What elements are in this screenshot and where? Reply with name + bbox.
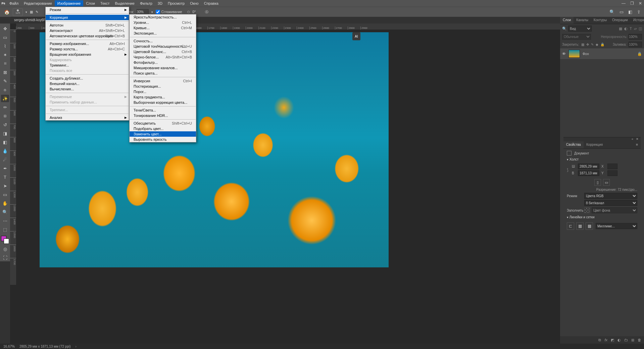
filter-shape-icon[interactable]: ▱ [634, 27, 637, 31]
move-tool[interactable]: ✥ [1, 25, 9, 32]
filter-pixel-icon[interactable]: ▦ [619, 27, 622, 31]
visibility-icon[interactable]: 👁 [562, 52, 566, 56]
path-select-tool[interactable]: ➤ [1, 182, 9, 189]
tab-операции[interactable]: Операции [609, 17, 631, 24]
fill-select[interactable]: Цвет фона [592, 207, 637, 213]
menu-item[interactable]: Цветовой тон/Насыщенность...Ctrl+U [130, 44, 196, 49]
menu-item[interactable]: Порог... [130, 89, 196, 94]
dodge-tool[interactable]: ☄ [1, 156, 9, 163]
tab-свойства[interactable]: Свойства [563, 141, 584, 148]
gradient-tool[interactable]: ◧ [1, 138, 9, 146]
lock-all-icon[interactable]: ▦ [581, 43, 584, 46]
menu-item[interactable]: Кривые...Ctrl+M [130, 25, 196, 31]
menu-файл[interactable]: Файл [7, 0, 21, 6]
tab-слои[interactable]: Слои [560, 17, 574, 24]
group-icon[interactable]: 🗀 [624, 338, 628, 342]
grid-button[interactable]: ▦ [576, 222, 584, 230]
menu-item[interactable]: Внешний канал... [46, 81, 129, 86]
minimize-icon[interactable]: — [622, 1, 626, 6]
chevron-down-icon[interactable]: ▾ [151, 10, 153, 14]
menu-окно[interactable]: Окно [187, 0, 201, 6]
color-swatches[interactable] [1, 236, 9, 244]
history-brush-tool[interactable]: ↺ [1, 121, 9, 128]
menu-item[interactable]: Размер холста...Alt+Ctrl+C [46, 46, 129, 52]
tab-история[interactable]: История [631, 17, 644, 24]
zoom-tool[interactable]: 🔍 [1, 208, 9, 216]
layer-mask-icon[interactable]: ◩ [611, 338, 614, 342]
link-layers-icon[interactable]: ⧉ [598, 338, 601, 342]
link-icon[interactable]: ⟆ [567, 168, 568, 172]
edit-toolbar[interactable]: ⬚ [1, 226, 9, 233]
adjustment-layer-icon[interactable]: ◐ [617, 338, 621, 342]
type-tool[interactable]: T [1, 173, 9, 181]
layer-filter-kind[interactable]: Вид [568, 26, 592, 32]
quick-select-tool[interactable]: ✶ [1, 51, 9, 58]
screenmode-tool[interactable]: ⛶ [1, 254, 9, 261]
bit-depth-select[interactable]: 8 бит/канал [584, 200, 637, 206]
menu-item[interactable]: Тени/Света... [130, 107, 196, 113]
workspace-icon[interactable]: ▭ [620, 9, 624, 14]
eyedropper-tool[interactable]: ✎ [1, 77, 9, 85]
units-select[interactable]: Миллиме... [596, 223, 637, 229]
menu-слои[interactable]: Слои [83, 0, 98, 6]
layer-row[interactable]: 👁 Фон 🔒 [560, 48, 644, 59]
x-input[interactable] [607, 164, 617, 169]
menu-item[interactable]: Уровни...Ctrl+L [130, 20, 196, 25]
healing-tool[interactable]: ⍟ [1, 86, 9, 93]
menu-item[interactable]: Автоматическая цветовая коррекцияShift+C… [46, 33, 129, 39]
orientation-landscape[interactable]: ▭ [603, 179, 610, 186]
menu-item[interactable]: Тонирование HDR... [130, 113, 196, 118]
width-input[interactable] [578, 164, 599, 169]
frame-tool[interactable]: ⊠ [1, 69, 9, 76]
brush-tool[interactable]: ✏ [1, 103, 9, 111]
collapse-icon[interactable]: « [632, 137, 633, 141]
menu-item[interactable]: Постеризация... [130, 84, 196, 89]
layer-style-icon[interactable]: fx [604, 338, 607, 342]
menu-item[interactable]: Выборочная коррекция цвета... [130, 100, 196, 105]
status-chevron-icon[interactable]: › [76, 345, 77, 348]
menu-item[interactable]: Создать дубликат... [46, 76, 129, 81]
lock-position-icon[interactable]: ✥ [586, 43, 589, 46]
brush-preview[interactable]: 125 [13, 8, 23, 16]
menu-item[interactable]: Коррекция▶ [46, 15, 129, 20]
filter-type-icon[interactable]: T [630, 27, 632, 31]
menu-редактирование[interactable]: Редактирование [21, 0, 55, 6]
menu-item[interactable]: Вращение изображения▶ [46, 52, 129, 57]
chevron-down-icon[interactable]: ▾ [26, 10, 27, 14]
share-icon[interactable]: ⇪ [637, 9, 641, 14]
menu-текст[interactable]: Текст [98, 0, 112, 6]
stamp-tool[interactable]: ⧈ [1, 112, 9, 120]
fill-swatch[interactable] [584, 208, 590, 213]
crop-tool[interactable]: ⌗ [1, 60, 9, 67]
height-input[interactable] [578, 170, 599, 176]
toolbar-icon-1[interactable]: ▦ [30, 10, 33, 14]
marquee-tool[interactable]: ▭ [1, 34, 9, 41]
menu-item[interactable]: Яркость/Контрастность... [130, 14, 196, 20]
fill-input[interactable] [629, 42, 642, 47]
color-replace-tool[interactable]: ✨ [1, 95, 9, 102]
menu-item[interactable]: Подобрать цвет... [130, 126, 196, 131]
filter-smart-icon[interactable]: ◫ [639, 27, 642, 31]
antialias-checkbox[interactable]: Сглаживание [156, 10, 182, 14]
menu-item[interactable]: Экспозиция... [130, 31, 196, 36]
pressure-icon[interactable]: Ⓐ [205, 10, 208, 14]
close-panel-icon[interactable]: ✕ [636, 137, 639, 141]
menu-item[interactable]: Сочность... [130, 38, 196, 44]
antialias-input[interactable] [156, 10, 160, 14]
delete-layer-icon[interactable]: 🗑 [638, 338, 641, 342]
menu-item[interactable]: Режим▶ [46, 7, 129, 12]
more-tools[interactable]: ⋯ [1, 217, 9, 224]
menu-item[interactable]: Тримминг... [46, 62, 129, 68]
menu-справка[interactable]: Справка [201, 0, 221, 6]
zoom-readout[interactable]: 16,67% [3, 345, 15, 348]
menu-item[interactable]: АвтоконтрастAlt+Shift+Ctrl+L [46, 28, 129, 33]
menu-3d[interactable]: 3D [155, 0, 165, 6]
blur-tool[interactable]: 💧 [1, 147, 9, 155]
menu-просмотр[interactable]: Просмотр [165, 0, 187, 6]
menu-изображение[interactable]: Изображение [55, 0, 83, 6]
orientation-portrait[interactable]: ▯ [594, 179, 601, 186]
tab-коррекция[interactable]: Коррекция [584, 141, 605, 148]
menu-item[interactable]: ОбесцветитьShift+Ctrl+U [130, 121, 196, 126]
menu-item[interactable]: Вычисления... [46, 86, 129, 92]
y-input[interactable] [607, 170, 617, 176]
